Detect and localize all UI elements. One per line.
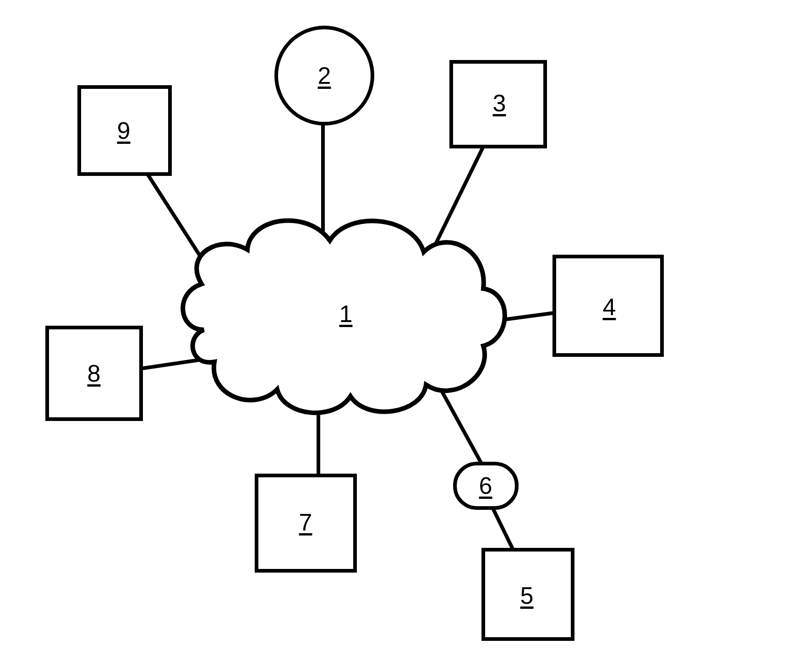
edge-cloud-6 xyxy=(442,392,481,463)
node-6 xyxy=(455,464,517,508)
node-4 xyxy=(554,257,662,355)
node-2 xyxy=(276,27,372,124)
edge-cloud-8 xyxy=(140,360,202,369)
node-5 xyxy=(483,550,573,639)
node-9 xyxy=(79,87,170,174)
node-3 xyxy=(451,62,545,147)
node-8 xyxy=(47,328,141,419)
node-cloud xyxy=(183,220,505,413)
diagram-canvas xyxy=(0,0,793,672)
edge-6-5 xyxy=(492,508,513,550)
node-7 xyxy=(257,475,355,571)
